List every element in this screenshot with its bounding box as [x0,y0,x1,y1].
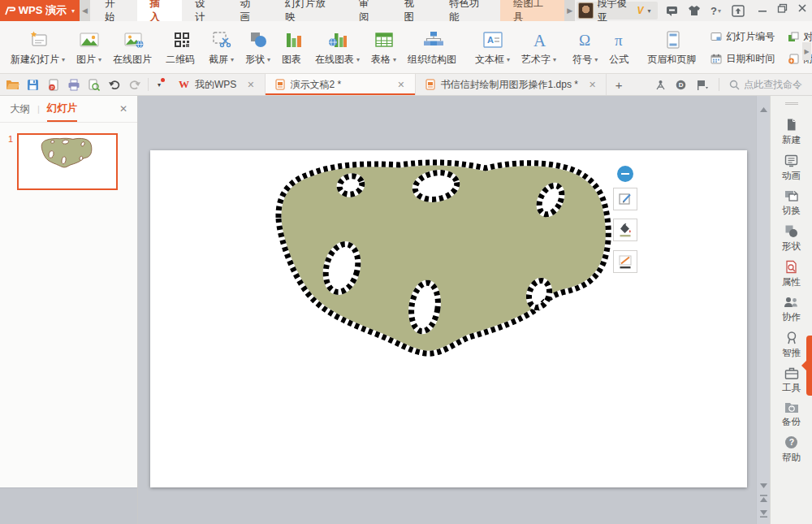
message-icon[interactable] [664,2,680,19]
help-icon[interactable]: ?▾ [708,2,724,19]
previous-slide-button[interactable] [760,492,767,506]
print-button[interactable] [64,76,83,93]
wps-logo-icon [5,6,15,15]
slides-tab[interactable]: 幻灯片 [47,96,78,122]
print-preview-button[interactable] [84,76,103,93]
edit-shape-button[interactable] [613,188,637,210]
wordart-button[interactable]: A 艺术字▾ [516,23,562,72]
slide-number-label: 幻灯片编号 [726,30,775,44]
close-tab-icon[interactable]: ✕ [589,80,596,90]
qrcode-button[interactable]: 二维码 [160,23,203,72]
tab-review[interactable]: 审阅 [346,0,391,21]
share-icon[interactable] [655,80,666,90]
online-chart-label: 在线图表 [315,53,354,67]
chart-button[interactable]: 图表 [276,23,309,72]
outline-tab[interactable]: 大纲 [10,102,30,116]
sidebar-item-properties[interactable]: 属性 [771,260,812,288]
minus-icon [621,173,629,175]
tab-design[interactable]: 设计 [182,0,227,21]
date-time-button[interactable]: 日期和时间 [710,48,775,69]
sidebar-item-animation[interactable]: 动画 [771,154,812,182]
app-logo[interactable]: WPS 演示 ▾ [0,0,80,21]
save-button[interactable] [24,76,42,93]
task-pane-handle[interactable] [806,336,812,396]
new-slide-button[interactable]: 新建幻灯片▾ [5,23,71,72]
logo-caret-icon[interactable]: ▾ [71,7,75,15]
screenshot-button[interactable]: 截屏▾ [203,23,240,72]
float-toolbar-collapse-button[interactable] [617,166,633,182]
open-button[interactable] [3,76,22,93]
sidebar-item-shapes[interactable]: 形状 [771,224,812,253]
online-chart-button[interactable]: 在线图表▾ [309,23,365,72]
titlebar-icons: ?▾ [658,0,753,21]
hide-ribbon-icon[interactable] [730,2,746,19]
chart-icon [284,28,302,50]
slide-thumbnail[interactable] [17,133,118,190]
command-search[interactable]: 点此查找命令 [729,78,802,92]
picture-button[interactable]: 图片▾ [71,23,107,72]
close-tab-icon[interactable]: ✕ [397,80,404,90]
skin-shirt-icon[interactable] [686,2,702,19]
close-button[interactable] [793,0,812,16]
question-icon: ? [784,435,798,449]
minimize-button[interactable] [753,0,772,16]
org-chart-button[interactable]: 组织结构图 [402,23,464,72]
slide-canvas[interactable] [138,96,756,524]
tab-insert[interactable]: 插入 [137,0,183,21]
scroll-down-icon[interactable] [760,480,767,492]
doc-tab-letter-envelope[interactable]: 书信信封绘制用图形操作1.dps * ✕ [416,74,607,95]
sidebar-item-help[interactable]: ? 帮助 [771,435,812,464]
new-tab-button[interactable]: + [607,74,631,95]
docer-icon[interactable]: D [676,80,686,90]
tab-special-features[interactable]: 特色功能 [436,0,500,21]
undo-button[interactable] [105,76,123,93]
tab-slideshow[interactable]: 幻灯片放映 [272,0,346,21]
fill-color-button[interactable] [613,219,637,241]
user-caret-icon[interactable]: ▾ [648,7,651,15]
qat-separator [148,78,149,91]
export-pdf-button[interactable]: P [44,76,63,93]
tab-drawing-tools[interactable]: 绘图工具 [500,0,564,21]
restore-button[interactable] [772,0,792,16]
tab-home[interactable]: 开始 [92,0,137,21]
next-slide-button[interactable] [760,506,767,521]
slide-number-button[interactable]: 幻灯片编号 [710,26,775,47]
vertical-scrollbar[interactable] [756,96,770,524]
header-footer-button[interactable]: 页眉和页脚 [641,23,704,72]
panel-close-icon[interactable]: ✕ [119,103,127,115]
symbol-button[interactable]: Ω 符号▾ [567,23,603,72]
shapes-button[interactable]: 形状▾ [240,23,276,72]
sidebar-item-backup[interactable]: 备份 [771,401,812,428]
redo-button[interactable] [125,76,144,93]
sidebar-item-new[interactable]: 新建 [771,118,812,146]
online-picture-button[interactable]: 在线图片 [107,23,160,72]
slide-number: 1 [8,134,13,190]
textbox-button[interactable]: A 文本框▾ [469,23,516,72]
formula-button[interactable]: π 公式 [603,23,637,72]
customize-qat-button[interactable]: ▾ [153,76,166,93]
outline-color-button[interactable] [613,250,637,273]
right-sidebar: 新建 动画 切换 形状 属性 协作 智推 工具 [770,96,812,524]
sidebar-item-collaborate[interactable]: 协作 [771,296,812,323]
freeform-shape-selected[interactable] [138,96,756,524]
user-avatar[interactable] [578,2,593,19]
panel-tab-divider: | [37,104,40,114]
doc-tab-my-wps[interactable]: W 我的WPS ✕ [169,74,266,95]
doc-tab-presentation2[interactable]: 演示文稿2 * ✕ [266,74,416,95]
user-account[interactable]: 段宇俊亚 V ▾ [577,2,657,19]
quick-access-toolbar: P ▾ [0,74,169,95]
sidebar-item-transition[interactable]: 切换 [771,189,812,217]
close-tab-icon[interactable]: ✕ [247,80,254,90]
tab-scroll-right[interactable]: ▶ [564,0,575,21]
tab-scroll-left[interactable]: ◀ [80,0,90,21]
task-pane-flag-icon[interactable] [696,80,709,90]
tab-animation[interactable]: 动画 [227,0,273,21]
table-button[interactable]: 表格▾ [365,23,402,72]
slide-thumbnail-row[interactable]: 1 [0,133,137,190]
tab-view[interactable]: 视图 [391,0,436,21]
sidebar-handle[interactable] [785,102,798,105]
caret-icon: ▾ [62,56,65,63]
scroll-up-icon[interactable] [760,104,767,115]
ribbon: 新建幻灯片▾ 图片▾ 在线图片 二维码 截屏▾ 形状▾ 图表 [0,21,812,74]
ribbon-expand-button[interactable]: ▶ [802,42,811,60]
